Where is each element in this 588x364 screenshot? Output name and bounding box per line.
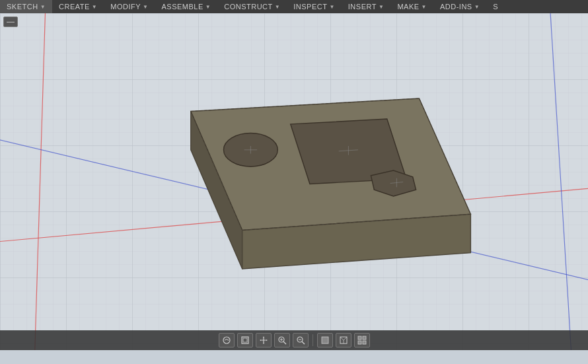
addins-arrow: ▼ bbox=[474, 4, 480, 10]
svg-marker-20 bbox=[266, 340, 268, 341]
svg-line-31 bbox=[344, 337, 347, 340]
menu-construct[interactable]: CONSTRUCT ▼ bbox=[217, 0, 287, 13]
pan-button[interactable] bbox=[256, 333, 272, 347]
svg-rect-33 bbox=[358, 336, 361, 340]
inspect-arrow: ▼ bbox=[329, 4, 334, 10]
menu-make[interactable]: MAKE ▼ bbox=[390, 0, 433, 13]
separator-1 bbox=[312, 334, 313, 346]
svg-rect-34 bbox=[363, 336, 366, 340]
orbit-button[interactable] bbox=[219, 333, 235, 347]
frame-button[interactable] bbox=[237, 333, 253, 347]
display-shaded-button[interactable] bbox=[317, 333, 333, 347]
svg-line-26 bbox=[302, 342, 305, 344]
svg-rect-28 bbox=[322, 337, 328, 344]
viewport[interactable] bbox=[0, 13, 588, 350]
menu-s[interactable]: S bbox=[486, 0, 505, 13]
svg-marker-17 bbox=[263, 336, 264, 338]
zoom-fit-button[interactable] bbox=[274, 333, 290, 347]
svg-rect-36 bbox=[363, 341, 366, 344]
menu-modify[interactable]: MODIFY ▼ bbox=[104, 0, 155, 13]
construct-arrow: ▼ bbox=[275, 4, 280, 10]
assemble-arrow: ▼ bbox=[205, 4, 211, 10]
sketch-arrow: ▼ bbox=[40, 4, 46, 10]
svg-point-13 bbox=[223, 337, 230, 344]
3d-object bbox=[86, 73, 482, 317]
svg-rect-35 bbox=[358, 341, 361, 344]
svg-marker-18 bbox=[263, 343, 264, 344]
svg-rect-16 bbox=[243, 338, 247, 342]
display-options-button[interactable] bbox=[354, 333, 370, 347]
menu-inspect[interactable]: INSPECT ▼ bbox=[287, 0, 342, 13]
modify-arrow: ▼ bbox=[143, 4, 148, 10]
menubar: SKETCH ▼ CREATE ▼ MODIFY ▼ ASSEMBLE ▼ CO… bbox=[0, 0, 588, 13]
make-arrow: ▼ bbox=[422, 4, 427, 10]
create-arrow: ▼ bbox=[92, 4, 97, 10]
svg-marker-19 bbox=[260, 340, 261, 341]
menu-addins[interactable]: ADD-INS ▼ bbox=[433, 0, 486, 13]
svg-line-30 bbox=[340, 337, 344, 340]
menu-assemble[interactable]: ASSEMBLE ▼ bbox=[155, 0, 217, 13]
menu-insert[interactable]: INSERT ▼ bbox=[342, 0, 391, 13]
svg-rect-15 bbox=[242, 337, 248, 344]
menu-create[interactable]: CREATE ▼ bbox=[52, 0, 104, 13]
zoom-button[interactable] bbox=[293, 333, 309, 347]
display-wireframe-button[interactable] bbox=[336, 333, 351, 347]
svg-line-22 bbox=[283, 342, 286, 344]
minimize-button[interactable]: — bbox=[3, 17, 18, 27]
menu-sketch[interactable]: SKETCH ▼ bbox=[0, 0, 52, 13]
toolbar bbox=[0, 330, 588, 350]
insert-arrow: ▼ bbox=[379, 4, 384, 10]
